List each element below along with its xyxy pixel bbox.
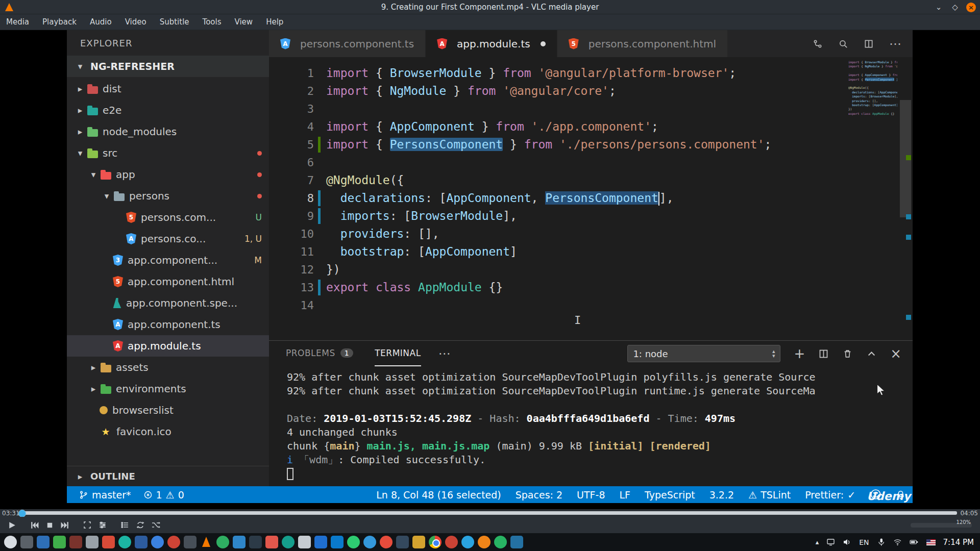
- taskbar-app-mail-app[interactable]: [510, 536, 523, 548]
- taskbar-app-blue3-app[interactable]: [314, 536, 327, 548]
- search-editor-icon[interactable]: [838, 39, 848, 49]
- split-terminal-button[interactable]: [818, 348, 829, 359]
- code-line-4[interactable]: 4import { AppComponent } from './app.com…: [269, 118, 913, 136]
- menu-item-view[interactable]: View: [235, 17, 253, 27]
- random-button[interactable]: [148, 518, 163, 532]
- tree-item-app-component-ts[interactable]: Aapp.component.ts: [67, 314, 269, 335]
- tree-item-app-component-[interactable]: 3app.component...M: [67, 249, 269, 271]
- taskbar-app-telegram[interactable]: [461, 536, 474, 548]
- new-terminal-button[interactable]: +: [794, 346, 805, 361]
- taskbar-app-navy-app[interactable]: [135, 536, 148, 548]
- tree-item-persons[interactable]: ▾persons: [67, 185, 269, 207]
- taskbar-app-vscode[interactable]: [331, 536, 344, 548]
- panel-tab-problems[interactable]: PROBLEMS1: [286, 341, 353, 366]
- code-line-9[interactable]: 9 imports: [BrowserModule],: [269, 207, 913, 225]
- taskbar-app-red2-circle-app[interactable]: [380, 536, 393, 548]
- branch-indicator[interactable]: master*: [79, 489, 131, 500]
- tree-item-favicon-ico[interactable]: ★favicon.ico: [67, 421, 269, 442]
- menu-item-media[interactable]: Media: [6, 17, 29, 27]
- code-line-3[interactable]: 3: [269, 100, 913, 118]
- minimize-button[interactable]: ⌄: [934, 2, 944, 12]
- next-button[interactable]: [57, 518, 72, 532]
- terminal-dropdown[interactable]: 1: node ▴ ▾: [627, 345, 780, 362]
- taskbar-app-red-circle-app[interactable]: [167, 536, 180, 548]
- encoding-setting[interactable]: UTF-8: [577, 489, 605, 500]
- code-line-13[interactable]: 13export class AppModule {}: [269, 279, 913, 296]
- clock[interactable]: 7:14 PM: [943, 538, 974, 547]
- fullscreen-button[interactable]: [80, 518, 95, 532]
- battery-icon[interactable]: [910, 538, 919, 546]
- us-flag-icon[interactable]: [926, 539, 936, 545]
- tree-item-assets[interactable]: ▸assets: [67, 357, 269, 378]
- tree-item-app-module-ts[interactable]: Aapp.module.ts: [67, 335, 269, 357]
- tree-item-app-component-spe-[interactable]: app.component.spe...: [67, 292, 269, 314]
- taskbar-app-opera[interactable]: [445, 536, 458, 548]
- taskbar-app-orange-red-app[interactable]: [265, 536, 278, 548]
- language-indicator[interactable]: EN: [859, 538, 869, 546]
- maximize-panel-button[interactable]: [866, 348, 877, 359]
- volume-icon[interactable]: [843, 538, 851, 546]
- close-button[interactable]: ×: [966, 3, 976, 12]
- code-line-12[interactable]: 12}): [269, 261, 913, 279]
- more-actions-icon[interactable]: ⋯: [889, 37, 901, 51]
- taskbar-app-kde-connect[interactable]: [37, 536, 50, 548]
- taskbar-app-blue2-app[interactable]: [233, 536, 246, 548]
- taskbar-app-files-app[interactable]: [412, 536, 425, 548]
- taskbar-app-dark-app[interactable]: [249, 536, 262, 548]
- menu-item-playback[interactable]: Playback: [42, 17, 77, 27]
- taskbar-app-teal2-app[interactable]: [282, 536, 295, 548]
- taskbar-app-green2-circle-app[interactable]: [347, 536, 360, 548]
- tree-item-app-component-html[interactable]: 5app.component.html: [67, 271, 269, 292]
- menu-item-video[interactable]: Video: [125, 17, 146, 27]
- taskbar-app-screenshot-tool[interactable]: [4, 536, 17, 548]
- tree-item-dist[interactable]: ▸dist: [67, 78, 269, 99]
- display-icon[interactable]: [826, 538, 835, 546]
- editor-tab-persons-component-ts[interactable]: Apersons.component.ts: [269, 30, 426, 57]
- video-area[interactable]: EXPLORER ▾ NG-REFRESHER ▸dist▸e2e▸node_m…: [0, 30, 980, 509]
- taskbar-app-dark-red-app[interactable]: [69, 536, 82, 548]
- taskbar-app-blue-circle-app[interactable]: [363, 536, 376, 548]
- taskbar-app-light-app[interactable]: [298, 536, 311, 548]
- code-line-5[interactable]: 5import { PersonsComponent } from './per…: [269, 136, 913, 154]
- tree-item-app[interactable]: ▾app: [67, 164, 269, 185]
- editor-scrollbar[interactable]: [898, 57, 913, 340]
- editor-tab-persons-component-html[interactable]: 5persons.component.html: [557, 30, 728, 57]
- taskbar-app-green-circle-app[interactable]: [216, 536, 229, 548]
- code-line-14[interactable]: 14: [269, 296, 913, 314]
- language-mode[interactable]: TypeScript: [645, 489, 695, 500]
- menu-item-subtitle[interactable]: Subtitle: [160, 17, 189, 27]
- code-line-1[interactable]: 1import { BrowserModule } from '@angular…: [269, 64, 913, 82]
- playlist-button[interactable]: [117, 518, 133, 532]
- taskbar-app-color-picker[interactable]: [20, 536, 33, 548]
- volume-control[interactable]: 120%: [911, 523, 980, 528]
- tslint-status[interactable]: ⚠ TSLint: [748, 489, 791, 500]
- terminal-output[interactable]: 92% after chunk asset optimization Sourc…: [269, 366, 913, 486]
- taskbar-app-slate-app[interactable]: [184, 536, 197, 548]
- taskbar-app-dark2-app[interactable]: [396, 536, 409, 548]
- taskbar-app-green-app[interactable]: [53, 536, 66, 548]
- taskbar-app-gray-app[interactable]: [86, 536, 99, 548]
- minimap[interactable]: import { BrowserModule } from '@angular/…: [848, 60, 897, 120]
- taskbar-app-chrome[interactable]: [429, 536, 442, 548]
- panel-more-icon[interactable]: ⋯: [438, 346, 451, 361]
- open-changes-icon[interactable]: [813, 39, 823, 49]
- code-line-2[interactable]: 2import { NgModule } from '@angular/core…: [269, 82, 913, 100]
- code-line-11[interactable]: 11 bootstrap: [AppComponent]: [269, 243, 913, 261]
- panel-tab-terminal[interactable]: TERMINAL: [375, 341, 421, 366]
- stop-button[interactable]: [42, 518, 57, 532]
- eol-setting[interactable]: LF: [619, 489, 630, 500]
- kill-terminal-button[interactable]: [842, 348, 853, 359]
- cursor-position[interactable]: Ln 8, Col 48 (16 selected): [376, 489, 501, 500]
- taskbar-app-red-app[interactable]: [102, 536, 115, 548]
- previous-button[interactable]: [27, 518, 42, 532]
- split-editor-icon[interactable]: [864, 39, 874, 49]
- seek-slider[interactable]: [23, 511, 958, 515]
- wifi-icon[interactable]: [893, 538, 902, 546]
- code-line-8[interactable]: 8 declarations: [AppComponent, PersonsCo…: [269, 189, 913, 207]
- code-line-10[interactable]: 10 providers: [],: [269, 225, 913, 243]
- maximize-button[interactable]: ◇: [950, 2, 960, 12]
- outline-section[interactable]: ▸ OUTLINE: [67, 466, 269, 486]
- prettier-status[interactable]: Prettier: ✓: [805, 489, 855, 500]
- editor[interactable]: 1import { BrowserModule } from '@angular…: [269, 57, 913, 340]
- code-line-6[interactable]: 6: [269, 154, 913, 171]
